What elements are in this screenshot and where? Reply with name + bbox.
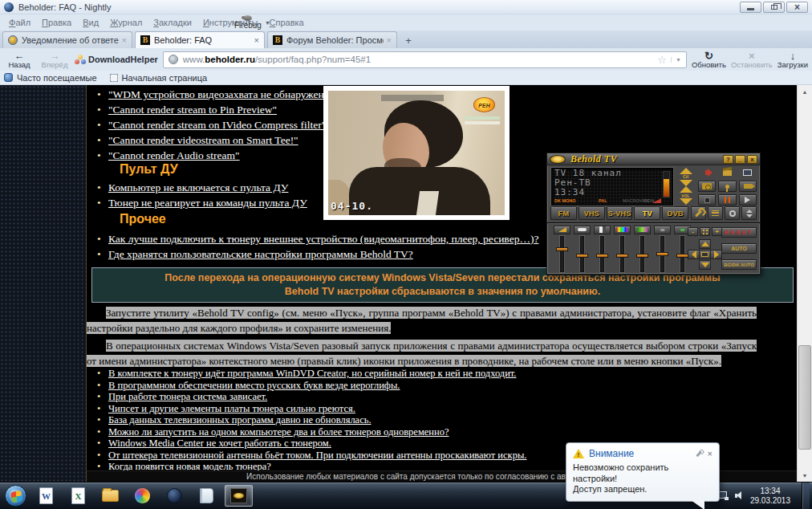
url-dropdown-icon[interactable]: ▼ xyxy=(671,57,681,63)
bookmark-home[interactable]: Начальная страница xyxy=(110,73,207,83)
beholdtv-minimize-button[interactable]: _ xyxy=(735,155,745,164)
balloon-settings-icon[interactable] xyxy=(696,450,701,456)
faq-link[interactable]: Компьютер не включается с пульта ДУ xyxy=(108,181,288,193)
beholdtv-title-bar[interactable]: Behold TV ? _ x xyxy=(547,153,760,165)
video-record-button[interactable] xyxy=(739,181,757,192)
downloads-button[interactable]: Загрузки xyxy=(777,51,808,69)
faq-link[interactable]: "WDM устройство видеозахвата не обнаруже… xyxy=(108,88,337,100)
faq-link[interactable]: "Cannot render Audio stream" xyxy=(108,149,240,161)
tab-close-icon[interactable]: × xyxy=(387,35,392,45)
pan-right-button[interactable] xyxy=(710,250,722,259)
speaker-icon[interactable] xyxy=(735,491,744,500)
channel-up-button[interactable] xyxy=(680,168,692,174)
tab-forum-topic[interactable]: B Форум Beholder: Просмотр темы - ... × xyxy=(267,31,397,48)
mode-tv-button[interactable]: TV xyxy=(634,206,660,220)
mode-vhs-button[interactable]: VHS xyxy=(579,206,605,220)
faq-link[interactable]: Можно ли запустить на одном компьютере д… xyxy=(108,426,449,438)
channel-down-button[interactable] xyxy=(680,180,692,186)
faq-link[interactable]: От штекера телевизионной антенны бьёт то… xyxy=(108,450,526,461)
site-identity-globe-icon[interactable] xyxy=(168,55,178,64)
restore-button[interactable] xyxy=(763,2,785,13)
snapshot-button[interactable] xyxy=(698,181,716,192)
scroll-down-button[interactable]: ▼ xyxy=(798,469,812,482)
stop-playback-button[interactable] xyxy=(698,194,716,206)
beholdtv-help-button[interactable]: ? xyxy=(723,155,733,164)
scheduler-button[interactable] xyxy=(718,167,736,178)
taskbar-explorer-button[interactable] xyxy=(96,485,124,507)
firebug-dropdown-icon[interactable]: ▼ xyxy=(265,20,270,26)
saturation-slider-button[interactable] xyxy=(634,226,651,234)
play-button[interactable] xyxy=(739,194,757,206)
slider-track[interactable] xyxy=(660,236,664,272)
slider-track[interactable] xyxy=(620,236,624,272)
scroll-up-button[interactable]: ▲ xyxy=(798,85,812,98)
faq-link[interactable]: Тюнер не реагирует на команды пульта ДУ xyxy=(108,197,307,209)
slider-handle[interactable] xyxy=(676,254,688,258)
faq-link[interactable]: При работе тюнера система зависает. xyxy=(108,391,267,402)
equalizer-button[interactable] xyxy=(708,206,723,220)
stop-button[interactable]: Остановить xyxy=(731,51,773,69)
pause-button[interactable] xyxy=(718,194,736,206)
back-button[interactable]: ← Назад xyxy=(4,51,35,69)
auto-button[interactable]: AUTO xyxy=(721,243,757,254)
reset-button[interactable]: RESET xyxy=(721,227,757,238)
faq-link[interactable]: Как лучше подключить к тюнеру внешнее ус… xyxy=(108,233,538,245)
mode-dvb-button[interactable]: DVB xyxy=(662,206,688,220)
mode-fm-button[interactable]: FM xyxy=(550,206,577,220)
disc-button[interactable] xyxy=(725,206,740,220)
slider-track[interactable] xyxy=(560,236,564,272)
beholdtv-close-button[interactable]: x xyxy=(747,155,757,164)
faq-link[interactable]: "Cannot render stream on IVideo Compress… xyxy=(108,119,326,131)
slider-handle[interactable] xyxy=(576,254,588,258)
volume-slider-button[interactable] xyxy=(554,226,570,234)
slider-handle[interactable] xyxy=(636,254,648,258)
start-button[interactable] xyxy=(5,485,26,507)
faq-link[interactable]: В программном обеспечении вместо русских… xyxy=(108,380,400,391)
tab-beholder-faq[interactable]: B Beholder: FAQ × xyxy=(135,31,265,48)
firebug-button[interactable]: Firebug xyxy=(234,15,262,30)
slider-handle[interactable] xyxy=(616,254,628,258)
display-mode-button[interactable] xyxy=(739,167,757,178)
faq-link[interactable]: Где хранятся пользовательские настройки … xyxy=(108,248,413,260)
faq-link[interactable]: База данных телевизионных программ давно… xyxy=(108,414,371,426)
show-desktop-button[interactable] xyxy=(802,483,810,509)
tab-close-icon[interactable]: × xyxy=(254,35,259,45)
menu-item[interactable]: Закладки xyxy=(148,15,197,30)
menu-item[interactable]: Вид xyxy=(77,15,104,30)
url-bar[interactable]: www.beholder.ru/support/faq.php?num=45#1… xyxy=(163,51,687,68)
menu-item[interactable]: Справка xyxy=(264,15,310,30)
faq-link[interactable]: "Cannot render videostream on Smart Tee!… xyxy=(108,134,298,146)
slider-track[interactable] xyxy=(580,236,584,272)
grid-view-button[interactable] xyxy=(700,227,710,236)
taskbar-clock[interactable]: 13:34 29.03.2013 xyxy=(750,487,790,506)
taskbar-browser-button[interactable] xyxy=(160,485,189,507)
tab-forum-notification[interactable]: Уведомление об ответе — «При вы... × xyxy=(2,31,132,48)
contrast-slider-button[interactable] xyxy=(594,226,611,234)
mode-svhs-button[interactable]: S-VHS xyxy=(607,206,633,220)
hue-slider-button[interactable] xyxy=(614,226,631,234)
sharpness-slider-button[interactable]: ≈ xyxy=(654,226,671,234)
slider-track[interactable] xyxy=(640,236,644,272)
taskbar-word-button[interactable]: W xyxy=(32,485,60,507)
new-tab-button[interactable]: + xyxy=(400,33,417,47)
menu-item[interactable]: Файл xyxy=(3,15,36,30)
taskbar-photo-viewer-button[interactable] xyxy=(128,485,156,507)
screen-center-button[interactable] xyxy=(699,250,711,259)
faq-link[interactable]: В комплекте к тюнеру идёт программа WinD… xyxy=(108,368,517,379)
pan-left-button[interactable] xyxy=(688,250,700,259)
menu-item[interactable]: Правка xyxy=(36,15,77,30)
zoom-out-button[interactable]: - xyxy=(688,227,698,236)
faq-link[interactable]: "Cannot render stream to Pin Preview" xyxy=(108,104,277,116)
menu-item[interactable]: Журнал xyxy=(104,15,148,30)
pan-up-button[interactable] xyxy=(699,239,711,249)
mute-button[interactable] xyxy=(698,167,716,178)
slider-handle[interactable] xyxy=(596,254,608,258)
taskbar-notes-button[interactable] xyxy=(193,485,221,507)
tab-close-icon[interactable]: × xyxy=(122,35,127,45)
bookmark-frequent[interactable]: Часто посещаемые xyxy=(4,73,97,83)
audio-record-button[interactable] xyxy=(718,181,736,192)
slider-handle[interactable] xyxy=(656,252,668,256)
expand-button[interactable] xyxy=(741,206,757,220)
brightness-slider-button[interactable] xyxy=(574,226,591,234)
scrollbar-thumb[interactable] xyxy=(798,345,811,450)
